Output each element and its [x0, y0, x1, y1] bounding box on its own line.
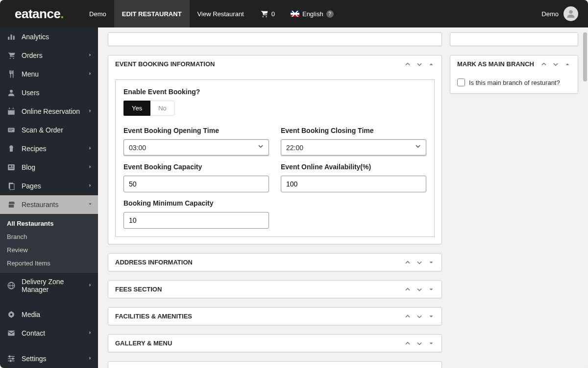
topnav-edit-restaurant[interactable]: EDIT RESTAURANT	[114, 0, 190, 27]
collapse-icon[interactable]	[428, 61, 435, 68]
event-booking-form: Enable Event Booking? Yes No Event Booki…	[115, 79, 435, 237]
panel-title: GALLERY & MENU	[115, 340, 404, 347]
avatar[interactable]	[564, 6, 578, 21]
panel-head-main-branch[interactable]: MARK AS MAIN BRANCH	[450, 55, 578, 73]
sidebar-item-users[interactable]: Users	[0, 83, 98, 102]
panel-head-gallery[interactable]: GALLERY & MENU	[108, 335, 441, 352]
topnav-demo[interactable]: Demo	[81, 0, 114, 27]
sidebar-item-contact[interactable]: Contact	[0, 324, 98, 342]
enable-booking-toggle[interactable]: Yes No	[123, 101, 426, 116]
panel-additional: ADDITIONAL SETTING	[108, 361, 442, 368]
chevron-right-icon	[87, 70, 93, 78]
expand-icon[interactable]	[428, 259, 435, 266]
expand-icon[interactable]	[428, 340, 435, 347]
sidebar-item-pages[interactable]: Pages	[0, 177, 98, 195]
svg-rect-15	[9, 131, 12, 131]
chevron-right-icon	[87, 145, 93, 153]
subitem-all-restaurants[interactable]: All Restaurants	[0, 217, 98, 230]
move-down-icon[interactable]	[416, 259, 423, 266]
toggle-no[interactable]: No	[150, 101, 175, 116]
chevron-right-icon	[87, 329, 93, 337]
move-up-icon[interactable]	[404, 286, 411, 293]
scrollbar[interactable]	[583, 32, 587, 81]
capacity-input[interactable]	[123, 176, 269, 192]
main-branch-checkbox[interactable]	[457, 79, 465, 86]
svg-rect-3	[8, 37, 9, 40]
svg-rect-5	[13, 36, 15, 40]
closing-time-label: Event Booking Closing Time	[281, 127, 426, 134]
subitem-review[interactable]: Review	[0, 243, 98, 257]
sidebar-item-recipes[interactable]: Recipes	[0, 139, 98, 158]
toggle-yes[interactable]: Yes	[123, 101, 150, 116]
collapse-icon[interactable]	[564, 61, 571, 68]
move-up-icon[interactable]	[404, 61, 411, 68]
svg-rect-17	[9, 165, 11, 167]
move-down-icon[interactable]	[416, 286, 423, 293]
expand-icon[interactable]	[428, 313, 435, 320]
sidebar-item-scan[interactable]: Scan & Order	[0, 121, 98, 139]
logo-text: eatance	[15, 6, 60, 21]
user-name[interactable]: Demo	[541, 10, 559, 18]
topnav-view-restaurant[interactable]: View Restaurant	[190, 0, 252, 27]
min-capacity-input[interactable]	[123, 212, 269, 229]
opening-time-select[interactable]: 03:00	[123, 139, 269, 156]
move-up-icon[interactable]	[404, 259, 411, 266]
sidebar-item-reservation[interactable]: Online Reservation	[0, 102, 98, 121]
move-up-icon[interactable]	[404, 313, 411, 320]
topnav-language[interactable]: English ?	[283, 0, 342, 27]
language-label: English	[302, 10, 323, 18]
calendar-icon	[7, 107, 16, 116]
svg-point-6	[10, 58, 11, 59]
panel-gallery: GALLERY & MENU	[108, 334, 442, 352]
panel-title: MARK AS MAIN BRANCH	[457, 60, 540, 68]
subitem-reported-items[interactable]: Reported Items	[0, 257, 98, 270]
topnav-cart[interactable]: 0	[252, 0, 283, 27]
availability-input[interactable]	[281, 176, 426, 192]
chevron-down-icon	[87, 201, 93, 209]
logo[interactable]: eatance.	[15, 6, 64, 22]
svg-point-8	[10, 90, 13, 93]
mail-icon	[7, 329, 16, 338]
move-down-icon[interactable]	[416, 313, 423, 320]
expand-icon[interactable]	[428, 286, 435, 293]
sidebar-item-label: Delivery Zone Manager	[22, 278, 91, 293]
cart-icon	[260, 9, 269, 18]
svg-rect-14	[9, 129, 14, 130]
subitem-branch[interactable]: Branch	[0, 230, 98, 243]
move-up-icon[interactable]	[404, 340, 411, 347]
panel-head-additional[interactable]: ADDITIONAL SETTING	[108, 362, 441, 368]
svg-rect-12	[13, 108, 14, 109]
sidebar-item-label: Online Reservation	[22, 107, 80, 115]
sidebar-item-settings[interactable]: Settings	[0, 349, 98, 368]
closing-time-select[interactable]: 22:00	[281, 139, 426, 156]
chevron-right-icon	[87, 52, 93, 59]
topbar: eatance. Demo EDIT RESTAURANT View Resta…	[0, 0, 588, 27]
panel-head-event-booking[interactable]: EVENT BOOKING INFORMATION	[108, 55, 441, 73]
sidebar-item-blog[interactable]: Blog	[0, 158, 98, 177]
svg-rect-35	[12, 358, 13, 360]
move-up-icon[interactable]	[540, 61, 547, 68]
sidebar-item-label: Menu	[22, 70, 39, 78]
prev-side-panel-stub	[450, 32, 578, 46]
move-down-icon[interactable]	[416, 340, 423, 347]
sidebar-item-menu[interactable]: Menu	[0, 65, 98, 83]
panel-fees: FEES SECTION	[108, 280, 442, 298]
svg-rect-31	[8, 356, 15, 357]
sidebar-item-media[interactable]: Media	[0, 305, 98, 324]
move-down-icon[interactable]	[552, 61, 559, 68]
svg-rect-28	[11, 311, 12, 312]
sidebar-item-delivery-zone[interactable]: Delivery Zone Manager	[0, 273, 98, 298]
sidebar-subitems-restaurants: All Restaurants Branch Review Reported I…	[0, 214, 98, 273]
svg-rect-29	[11, 317, 12, 318]
sidebar-item-analytics[interactable]: Analytics	[0, 27, 98, 46]
panel-head-fees[interactable]: FEES SECTION	[108, 281, 441, 298]
svg-rect-10	[8, 109, 15, 110]
svg-rect-20	[9, 168, 14, 169]
panel-head-facilities[interactable]: FACILITIES & AMENITIES	[108, 308, 441, 325]
panel-head-address[interactable]: ADDRESS INFORMATION	[108, 254, 441, 271]
sidebar-item-orders[interactable]: Orders	[0, 46, 98, 65]
sidebar-item-restaurants[interactable]: Restaurants	[0, 195, 98, 214]
help-icon[interactable]: ?	[326, 10, 334, 18]
move-down-icon[interactable]	[416, 61, 423, 68]
panel-facilities: FACILITIES & AMENITIES	[108, 307, 442, 325]
